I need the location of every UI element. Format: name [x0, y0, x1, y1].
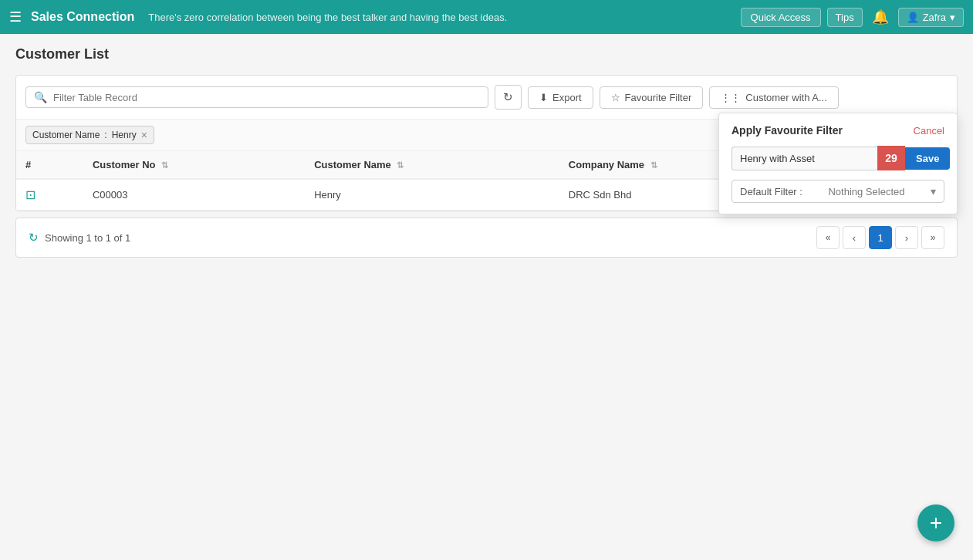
- fav-filter-input-row: 29 Save: [731, 146, 944, 170]
- fav-filter-default-dropdown[interactable]: Default Filter : Nothing Selected ▾: [731, 180, 944, 203]
- first-page-button[interactable]: «: [816, 226, 840, 249]
- col-hash: #: [16, 151, 83, 179]
- fav-filter-default-label: Default Filter :: [740, 186, 802, 197]
- star-icon: ☆: [611, 92, 620, 103]
- last-page-button[interactable]: »: [921, 226, 944, 249]
- fav-filter-header: Apply Favourite Filter Cancel: [731, 124, 944, 137]
- user-menu-chevron-icon: ▾: [950, 12, 955, 23]
- topnav-right-area: Quick Access Tips 🔔 👤 Zafra ▾: [741, 8, 964, 27]
- favourite-filter-button[interactable]: ☆ Favourite Filter: [600, 86, 704, 109]
- fav-filter-save-button[interactable]: Save: [905, 147, 950, 170]
- open-row-icon[interactable]: ⊡: [25, 187, 35, 202]
- brand-name: Sales Connection: [31, 10, 134, 24]
- customer-name-filter-tag: Customer Name : Henry ×: [25, 126, 154, 144]
- row-customer-no: C00003: [83, 179, 305, 211]
- pagination-showing-text: Showing 1 to 1 of 1: [45, 232, 130, 244]
- row-link-icon[interactable]: ⊡: [16, 179, 83, 211]
- sort-icon-customer-name: ⇅: [397, 160, 404, 170]
- user-name-label: Zafra: [923, 12, 946, 23]
- fav-filter-title: Apply Favourite Filter: [731, 124, 843, 137]
- search-input[interactable]: [53, 92, 480, 103]
- remove-filter-icon[interactable]: ×: [141, 129, 147, 141]
- filter-value: Henry: [112, 130, 137, 140]
- search-icon: 🔍: [34, 91, 47, 103]
- top-navigation: ☰ Sales Connection There's zero correlat…: [0, 0, 973, 34]
- search-wrapper[interactable]: 🔍: [25, 86, 488, 108]
- prev-page-button[interactable]: ‹: [843, 226, 866, 249]
- page-title: Customer List: [15, 46, 958, 62]
- refresh-button[interactable]: ↻: [495, 85, 522, 110]
- current-page-button[interactable]: 1: [869, 226, 892, 249]
- download-icon: ⬇: [539, 92, 548, 103]
- pagination-bar: ↻ Showing 1 to 1 of 1 « ‹ 1 › »: [15, 218, 958, 258]
- notifications-bell-icon[interactable]: 🔔: [869, 8, 892, 25]
- fav-filter-chevron-icon: ▾: [931, 185, 936, 197]
- add-fab-button[interactable]: +: [917, 504, 954, 541]
- filter-separator: :: [104, 130, 106, 140]
- filter-columns-icon: ⋮⋮: [721, 92, 741, 103]
- pagination-refresh-icon[interactable]: ↻: [29, 231, 39, 245]
- fav-filter-default-value: Nothing Selected: [828, 186, 904, 197]
- row-customer-name: Henry: [305, 179, 559, 211]
- user-avatar-icon: 👤: [907, 12, 919, 23]
- fav-filter-name-input[interactable]: [731, 147, 877, 170]
- pagination-controls: « ‹ 1 › »: [816, 226, 944, 249]
- favourite-filter-panel: Apply Favourite Filter Cancel 29 Save De…: [718, 113, 958, 214]
- fav-filter-cancel-button[interactable]: Cancel: [914, 125, 944, 137]
- col-customer-name[interactable]: Customer Name ⇅: [305, 151, 559, 179]
- page-content: Customer List 🔍 ↻ ⬇ Export ☆ Favourite F…: [0, 34, 973, 560]
- fav-filter-badge: 29: [877, 146, 905, 170]
- sort-icon-customer-no: ⇅: [161, 160, 168, 170]
- col-customer-no[interactable]: Customer No ⇅: [83, 151, 305, 179]
- tips-button[interactable]: Tips: [827, 8, 863, 27]
- next-page-button[interactable]: ›: [895, 226, 918, 249]
- sort-icon-company-name: ⇅: [650, 160, 657, 170]
- export-button[interactable]: ⬇ Export: [528, 86, 593, 109]
- filter-label: Customer Name: [32, 130, 100, 140]
- motto-text: There's zero correlation between being t…: [148, 12, 740, 23]
- customer-filter-button[interactable]: ⋮⋮ Customer with A...: [709, 86, 838, 109]
- pagination-info: ↻ Showing 1 to 1 of 1: [29, 231, 130, 245]
- hamburger-menu-icon[interactable]: ☰: [9, 8, 22, 25]
- quick-access-button[interactable]: Quick Access: [741, 8, 821, 27]
- user-menu[interactable]: 👤 Zafra ▾: [898, 8, 964, 27]
